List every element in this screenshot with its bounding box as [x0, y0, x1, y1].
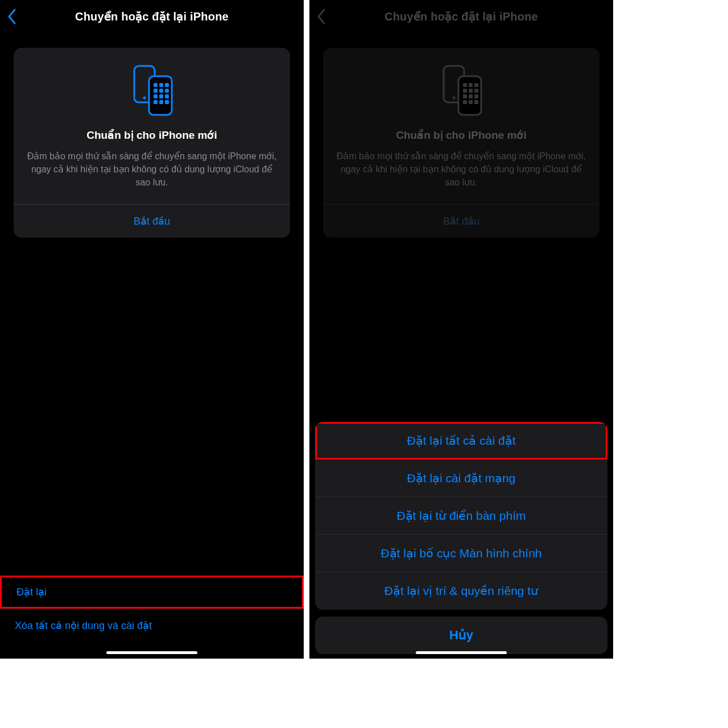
- transfer-devices-icon: [26, 63, 278, 117]
- reset-all-settings-label: Đặt lại tất cả cài đặt: [407, 434, 515, 448]
- reset-home-screen-layout-label: Đặt lại bố cục Màn hình chính: [380, 547, 541, 560]
- back-icon[interactable]: [316, 8, 326, 25]
- svg-rect-6: [154, 89, 158, 93]
- svg-rect-25: [469, 94, 473, 98]
- reset-keyboard-dictionary-label: Đặt lại từ điển bàn phím: [396, 509, 526, 523]
- card-body: Đảm bảo mọi thứ sẵn sàng để chuyển sang …: [26, 150, 278, 189]
- erase-all-button[interactable]: Xóa tất cả nội dung và cài đặt: [0, 609, 304, 642]
- action-sheet-cancel-group: Hủy: [315, 617, 607, 654]
- divider: [323, 204, 599, 205]
- svg-rect-11: [165, 94, 169, 98]
- back-icon[interactable]: [7, 8, 17, 25]
- reset-location-privacy-label: Đặt lại vị trí & quyền riêng tư: [384, 584, 538, 598]
- svg-rect-9: [154, 94, 158, 98]
- svg-point-16: [453, 97, 456, 100]
- reset-home-screen-layout-button[interactable]: Đặt lại bố cục Màn hình chính: [315, 535, 607, 572]
- svg-rect-3: [154, 83, 158, 87]
- svg-rect-17: [458, 76, 481, 115]
- home-indicator[interactable]: [106, 651, 197, 654]
- svg-rect-27: [463, 100, 467, 104]
- svg-rect-22: [469, 89, 473, 93]
- reset-button[interactable]: Đặt lại: [0, 576, 304, 609]
- home-indicator[interactable]: [416, 651, 507, 654]
- reset-network-settings-button[interactable]: Đặt lại cài đặt mạng: [315, 460, 607, 497]
- svg-rect-7: [159, 89, 163, 93]
- cancel-button-label: Hủy: [449, 628, 473, 643]
- reset-all-settings-button[interactable]: Đặt lại tất cả cài đặt: [315, 422, 607, 460]
- svg-rect-14: [165, 100, 169, 104]
- erase-all-button-label: Xóa tất cả nội dung và cài đặt: [15, 619, 152, 632]
- svg-rect-19: [469, 83, 473, 87]
- svg-rect-5: [165, 83, 169, 87]
- card-heading: Chuẩn bị cho iPhone mới: [336, 129, 587, 142]
- svg-rect-18: [463, 83, 467, 87]
- svg-rect-23: [474, 89, 478, 93]
- reset-button-label: Đặt lại: [16, 586, 47, 598]
- svg-rect-29: [474, 100, 478, 104]
- nav-bar: Chuyển hoặc đặt lại iPhone: [0, 0, 304, 33]
- svg-point-1: [143, 97, 146, 100]
- transfer-devices-icon: [336, 63, 587, 117]
- cancel-button[interactable]: Hủy: [315, 617, 607, 654]
- page-title: Chuyển hoặc đặt lại iPhone: [384, 10, 538, 23]
- card-body: Đảm bảo mọi thứ sẵn sàng để chuyển sang …: [336, 150, 587, 189]
- svg-rect-24: [463, 94, 467, 98]
- phone-screen-right: Chuyển hoặc đặt lại iPhone: [309, 0, 613, 659]
- reset-location-privacy-button[interactable]: Đặt lại vị trí & quyền riêng tư: [315, 572, 607, 610]
- card-heading: Chuẩn bị cho iPhone mới: [26, 129, 278, 142]
- prepare-card: Chuẩn bị cho iPhone mới Đảm bảo mọi thứ …: [323, 48, 599, 238]
- nav-bar: Chuyển hoặc đặt lại iPhone: [309, 0, 613, 33]
- page-title: Chuyển hoặc đặt lại iPhone: [75, 10, 229, 23]
- get-started-button[interactable]: Bắt đầu: [336, 205, 587, 238]
- svg-rect-21: [463, 89, 467, 93]
- bottom-list: Đặt lại Xóa tất cả nội dung và cài đặt: [0, 576, 304, 642]
- svg-rect-15: [444, 66, 464, 102]
- reset-network-settings-label: Đặt lại cài đặt mạng: [407, 471, 516, 485]
- svg-rect-13: [159, 100, 163, 104]
- get-started-button[interactable]: Bắt đầu: [26, 205, 278, 238]
- svg-rect-28: [469, 100, 473, 104]
- action-sheet-group: Đặt lại tất cả cài đặt Đặt lại cài đặt m…: [315, 422, 607, 610]
- svg-rect-4: [159, 83, 163, 87]
- phone-screen-left: Chuyển hoặc đặt lại iPhone: [0, 0, 304, 659]
- svg-rect-10: [159, 94, 163, 98]
- reset-action-sheet: Đặt lại tất cả cài đặt Đặt lại cài đặt m…: [315, 422, 607, 654]
- svg-rect-8: [165, 89, 169, 93]
- svg-rect-20: [474, 83, 478, 87]
- svg-rect-12: [154, 100, 158, 104]
- svg-rect-26: [474, 94, 478, 98]
- reset-keyboard-dictionary-button[interactable]: Đặt lại từ điển bàn phím: [315, 497, 607, 535]
- prepare-card: Chuẩn bị cho iPhone mới Đảm bảo mọi thứ …: [14, 48, 290, 238]
